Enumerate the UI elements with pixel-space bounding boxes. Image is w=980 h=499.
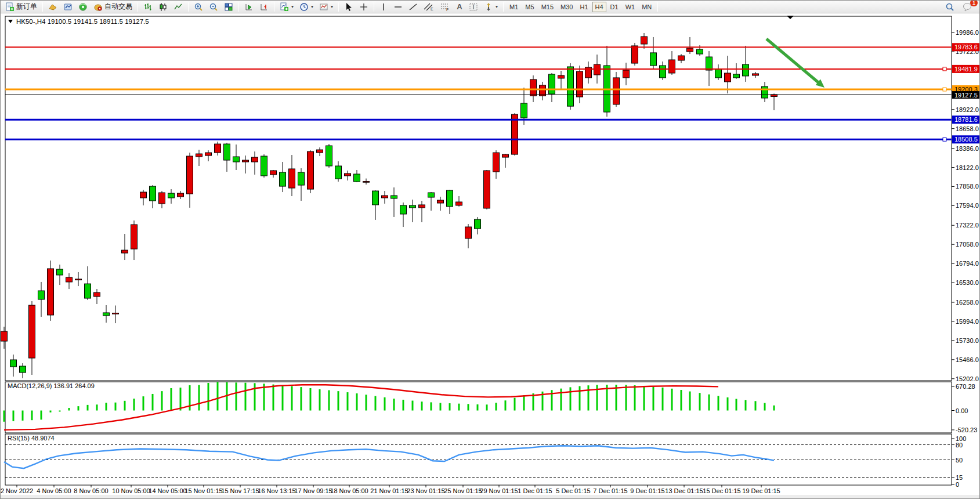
- price-tick-label: 15202.0: [956, 375, 979, 382]
- price-tick-label: 15994.0: [956, 318, 979, 325]
- candle-body: [29, 305, 35, 358]
- candle-body: [613, 78, 620, 104]
- rsi-axis-label: 50: [956, 457, 963, 464]
- date-tick-label: 21 Nov 01:15: [370, 487, 408, 494]
- date-tick-label: 7 Dec 01:15: [593, 487, 627, 494]
- price-line-badge-label: 19481.9: [954, 66, 978, 73]
- candle-body: [187, 156, 193, 194]
- candle-body: [400, 205, 407, 214]
- candle-body: [261, 156, 267, 176]
- macd-axis-label: -520.23: [956, 426, 977, 433]
- candle-body: [465, 227, 472, 238]
- candle-body: [437, 200, 444, 203]
- chart-canvas[interactable]: 19986.019722.018922.018658.018386.018122…: [1, 1, 980, 499]
- candle-body: [743, 64, 749, 76]
- date-tick-label: 19 Dec 01:15: [742, 487, 780, 494]
- candle-body: [168, 193, 175, 198]
- candle-body: [215, 144, 221, 153]
- date-tick-label: 8 Nov 05:00: [74, 487, 108, 494]
- candle-body: [252, 157, 258, 162]
- candle-body: [159, 193, 165, 204]
- price-tick-label: 17322.0: [956, 222, 979, 229]
- candle-body: [113, 313, 119, 314]
- price-axis: 19986.019722.018922.018658.018386.018122…: [952, 29, 979, 382]
- rsi-axis-label: 0: [956, 481, 959, 488]
- candle-body: [270, 171, 277, 175]
- candle-body: [623, 70, 630, 78]
- candle-body: [103, 313, 110, 316]
- line-handle: [943, 138, 946, 141]
- candle-body: [419, 205, 425, 208]
- date-tick-label: 25 Nov 01:15: [444, 487, 482, 494]
- candle-body: [502, 154, 509, 157]
- candle-body: [10, 360, 17, 367]
- candle-body: [122, 250, 128, 253]
- date-tick-label: 4 Nov 05:00: [37, 487, 71, 494]
- line-handle: [943, 67, 946, 71]
- price-tick-label: 19986.0: [956, 29, 979, 36]
- candle-body: [178, 193, 184, 197]
- candle-body: [66, 277, 73, 282]
- date-tick-label: 13 Dec 01:15: [665, 487, 703, 494]
- macd-axis-label: 0.00: [956, 407, 968, 414]
- date-tick-label: 9 Dec 01:15: [630, 487, 664, 494]
- price-tick-label: 15466.0: [956, 356, 979, 363]
- candle-body: [771, 95, 778, 96]
- candle-body: [660, 66, 666, 78]
- candle-body: [762, 86, 768, 98]
- candle-body: [75, 279, 82, 280]
- date-tick-label: 16 Nov 13:15: [258, 487, 295, 494]
- date-tick-label: 18 Nov 05:00: [330, 487, 368, 494]
- price-tick-label: 17058.0: [956, 241, 979, 248]
- price-tick-label: 18386.0: [956, 145, 979, 152]
- price-tick-label: 16794.0: [956, 260, 979, 267]
- candle-body: [493, 153, 500, 172]
- candle-body: [280, 172, 286, 186]
- candle-body: [20, 366, 26, 373]
- candle-body: [456, 202, 462, 205]
- candle-body: [326, 146, 332, 166]
- date-tick-label: 1 Dec 01:15: [518, 487, 552, 494]
- candle-body: [650, 53, 657, 66]
- candle-body: [131, 225, 138, 249]
- date-tick-label: 15 Nov 01:15: [185, 487, 222, 494]
- candle-body: [669, 60, 675, 73]
- candle-body: [678, 56, 685, 60]
- candle-body: [373, 191, 379, 205]
- candle-body: [233, 157, 240, 162]
- current-price-label: 19127.5: [954, 92, 978, 99]
- price-tick-label: 15730.0: [956, 337, 979, 344]
- price-tick-label: 18922.0: [956, 106, 979, 113]
- candle-body: [335, 166, 342, 179]
- price-tick-label: 17858.0: [956, 183, 979, 190]
- date-tick-label: 14 Nov 05:00: [149, 487, 186, 494]
- candle-body: [363, 182, 370, 183]
- candle-body: [725, 73, 731, 82]
- date-tick-label: 23 Nov 01:15: [407, 487, 444, 494]
- date-tick-label: 15 Nov 17:15: [221, 487, 259, 494]
- price-tick-label: 17594.0: [956, 202, 979, 209]
- date-tick-label: 15 Dec 01:15: [703, 487, 740, 494]
- candle-body: [697, 49, 703, 54]
- date-tick-label: 17 Nov 09:15: [294, 487, 332, 494]
- price-tick-label: 16530.0: [956, 279, 979, 286]
- rsi-axis-label: 80: [956, 442, 963, 449]
- candle-body: [205, 153, 212, 156]
- price-tick-label: 16258.0: [956, 299, 979, 306]
- price-tick-label: 18658.0: [956, 125, 979, 132]
- candle-body: [558, 75, 565, 78]
- candle-body: [540, 85, 546, 96]
- macd-label: MACD(12,26,9) 136.91 264.09: [8, 382, 95, 389]
- candle-body: [567, 67, 574, 106]
- price-line-badge-label: 18508.5: [954, 136, 978, 143]
- candle-body: [594, 64, 601, 75]
- candle-body: [1, 331, 8, 341]
- candle-body: [475, 219, 481, 229]
- candle-body: [140, 192, 147, 198]
- candle-body: [354, 174, 360, 182]
- candle-body: [733, 74, 740, 78]
- candle-body: [447, 190, 453, 207]
- candle-body: [530, 79, 537, 96]
- candle-body: [308, 151, 314, 189]
- candle-body: [289, 169, 295, 188]
